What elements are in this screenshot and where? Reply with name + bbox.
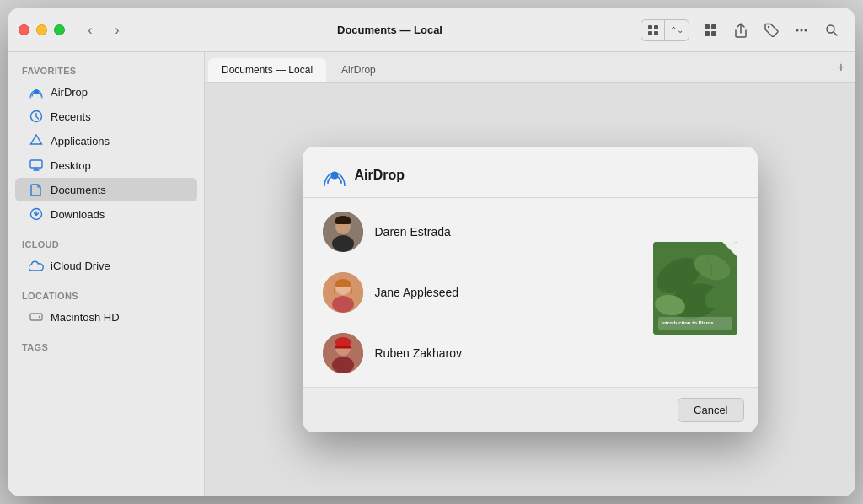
tab-airdrop[interactable]: AirDrop	[328, 58, 389, 82]
svg-rect-4	[705, 24, 710, 29]
sidebar-item-applications-label: Applications	[51, 135, 110, 147]
finder-window: ‹ › Documents — Local ⌃⌄	[8, 8, 855, 496]
tags-label: Tags	[8, 335, 204, 356]
svg-rect-33	[335, 346, 351, 349]
avatar-ruben	[323, 333, 363, 373]
search-icon[interactable]	[819, 18, 844, 43]
svg-point-8	[767, 26, 769, 28]
svg-rect-2	[648, 31, 652, 35]
svg-point-18	[39, 316, 40, 318]
sidebar-item-desktop[interactable]: Desktop	[15, 153, 197, 177]
sidebar-item-recents-label: Recents	[51, 110, 91, 123]
modal-body: Daren Estrada	[303, 198, 758, 387]
locations-label: Locations	[8, 284, 204, 304]
svg-rect-3	[654, 31, 658, 35]
svg-rect-24	[335, 219, 351, 224]
contact-item-ruben[interactable]: Ruben Zakharov	[303, 323, 640, 383]
sort-view-icon[interactable]: ⌃⌄	[665, 20, 689, 40]
svg-point-27	[332, 296, 354, 313]
svg-rect-5	[711, 24, 716, 29]
tag-icon[interactable]	[758, 18, 784, 43]
contact-item-daren[interactable]: Daren Estrada	[303, 201, 640, 262]
file-preview: Introduction to Plants	[653, 242, 744, 343]
nav-buttons: ‹ ›	[78, 19, 129, 42]
sidebar-item-icloud-drive[interactable]: iCloud Drive	[15, 254, 197, 277]
tabs-bar: Documents — Local AirDrop +	[205, 52, 855, 83]
avatar-jane	[323, 272, 363, 313]
documents-icon	[29, 182, 44, 197]
sidebar-item-downloads-label: Downloads	[51, 208, 105, 221]
content-area: Favorites AirDrop	[8, 52, 855, 496]
minimize-button[interactable]	[36, 24, 47, 35]
applications-icon	[29, 133, 44, 148]
desktop-icon	[29, 158, 44, 173]
back-button[interactable]: ‹	[78, 19, 102, 42]
airdrop-icon	[29, 84, 44, 99]
contact-name-jane: Jane Appleseed	[375, 286, 459, 299]
icloud-label: iCloud	[8, 233, 204, 253]
toolbar-icons: ⌃⌄	[641, 18, 844, 43]
grid-view-icon[interactable]	[641, 20, 665, 40]
modal-airdrop-icon	[323, 164, 346, 187]
main-panel: Documents — Local AirDrop +	[205, 52, 855, 496]
contacts-list: Daren Estrada	[303, 198, 640, 387]
svg-rect-15	[30, 160, 42, 168]
view-selector: ⌃⌄	[641, 19, 689, 41]
cancel-button[interactable]: Cancel	[678, 398, 743, 422]
svg-point-9	[796, 29, 799, 31]
downloads-icon	[29, 206, 44, 222]
svg-rect-6	[705, 31, 710, 36]
svg-point-10	[801, 29, 803, 31]
modal-header: AirDrop	[303, 147, 758, 198]
recents-icon	[29, 109, 44, 124]
tab-documents-local[interactable]: Documents — Local	[208, 58, 326, 82]
share-icon[interactable]	[728, 18, 753, 43]
modal-title: AirDrop	[355, 168, 405, 183]
svg-point-11	[805, 29, 807, 31]
grid-large-view-button[interactable]	[698, 18, 723, 43]
sidebar-item-macintosh-hd[interactable]: Macintosh HD	[15, 305, 197, 329]
favorites-label: Favorites	[8, 59, 204, 79]
svg-point-12	[827, 25, 834, 33]
sidebar-item-airdrop-label: AirDrop	[51, 86, 88, 99]
file-preview-area: Introduction to Plants	[640, 198, 758, 387]
contact-name-daren: Daren Estrada	[375, 225, 451, 239]
avatar-daren	[323, 212, 363, 252]
modal-overlay: AirDrop	[205, 83, 855, 496]
contact-item-jane[interactable]: Jane Appleseed	[303, 262, 640, 323]
close-button[interactable]	[19, 24, 29, 35]
modal-footer: Cancel	[303, 387, 758, 432]
sidebar: Favorites AirDrop	[8, 52, 205, 496]
file-area: AirDrop	[205, 83, 855, 496]
book-title: Introduction to Plants	[662, 319, 729, 326]
icloud-icon	[29, 258, 44, 273]
svg-rect-7	[711, 31, 716, 36]
svg-point-30	[332, 357, 354, 373]
traffic-lights	[19, 24, 65, 35]
svg-rect-0	[648, 25, 652, 29]
svg-point-22	[332, 235, 354, 252]
sidebar-item-documents[interactable]: Documents	[15, 178, 197, 201]
airdrop-modal: AirDrop	[303, 147, 758, 432]
window-title: Documents — Local	[139, 24, 641, 36]
sidebar-item-recents[interactable]: Recents	[15, 105, 197, 128]
contact-name-ruben: Ruben Zakharov	[375, 346, 463, 360]
forward-button[interactable]: ›	[105, 19, 129, 42]
sidebar-item-downloads[interactable]: Downloads	[15, 202, 197, 226]
sidebar-item-applications[interactable]: Applications	[15, 129, 197, 153]
disk-icon	[29, 309, 44, 324]
title-bar: ‹ › Documents — Local ⌃⌄	[8, 8, 855, 52]
book-cover: Introduction to Plants	[653, 242, 737, 335]
sidebar-item-macintosh-hd-label: Macintosh HD	[51, 311, 120, 324]
add-tab-button[interactable]: +	[831, 57, 851, 78]
maximize-button[interactable]	[54, 24, 65, 35]
sidebar-item-airdrop[interactable]: AirDrop	[15, 80, 197, 104]
sidebar-item-desktop-label: Desktop	[51, 159, 91, 172]
svg-rect-1	[654, 25, 658, 29]
sidebar-item-documents-label: Documents	[51, 184, 106, 196]
sidebar-item-icloud-drive-label: iCloud Drive	[51, 260, 110, 272]
more-icon[interactable]	[789, 18, 814, 43]
